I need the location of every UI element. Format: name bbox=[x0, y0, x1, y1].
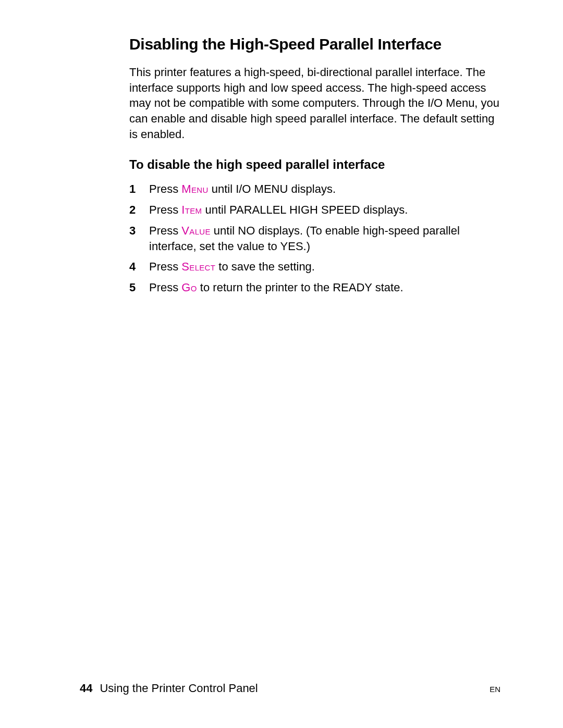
step-text: Press Select to save the setting. bbox=[149, 259, 500, 275]
step-item: 4 Press Select to save the setting. bbox=[129, 259, 500, 275]
step-item: 1 Press Menu until I/O MENU displays. bbox=[129, 181, 500, 197]
step-number: 3 bbox=[129, 223, 149, 254]
footer-left: 44 Using the Printer Control Panel bbox=[80, 682, 258, 695]
intro-paragraph: This printer features a high-speed, bi-d… bbox=[129, 65, 500, 142]
section-title: Using the Printer Control Panel bbox=[100, 682, 258, 695]
step-number: 4 bbox=[129, 259, 149, 275]
step-item: 5 Press Go to return the printer to the … bbox=[129, 280, 500, 295]
step-number: 5 bbox=[129, 280, 149, 295]
step-text: Press Item until PARALLEL HIGH SPEED dis… bbox=[149, 202, 500, 218]
step-item: 3 Press Value until NO displays. (To ena… bbox=[129, 223, 500, 254]
step-text: Press Value until NO displays. (To enabl… bbox=[149, 223, 500, 254]
sub-heading: To disable the high speed parallel inter… bbox=[129, 157, 500, 172]
page-footer: 44 Using the Printer Control Panel EN bbox=[0, 682, 563, 695]
step-number: 2 bbox=[129, 202, 149, 218]
key-label: Value bbox=[181, 224, 210, 237]
key-label: Go bbox=[181, 281, 197, 294]
step-number: 1 bbox=[129, 181, 149, 197]
main-heading: Disabling the High-Speed Parallel Interf… bbox=[129, 35, 500, 53]
key-label: Menu bbox=[181, 182, 208, 195]
key-label: Select bbox=[181, 260, 215, 273]
step-text: Press Go to return the printer to the RE… bbox=[149, 280, 500, 295]
page-number: 44 bbox=[80, 682, 92, 695]
steps-list: 1 Press Menu until I/O MENU displays. 2 … bbox=[129, 181, 500, 295]
footer-language: EN bbox=[489, 685, 500, 694]
step-item: 2 Press Item until PARALLEL HIGH SPEED d… bbox=[129, 202, 500, 218]
step-text: Press Menu until I/O MENU displays. bbox=[149, 181, 500, 197]
key-label: Item bbox=[181, 203, 202, 216]
